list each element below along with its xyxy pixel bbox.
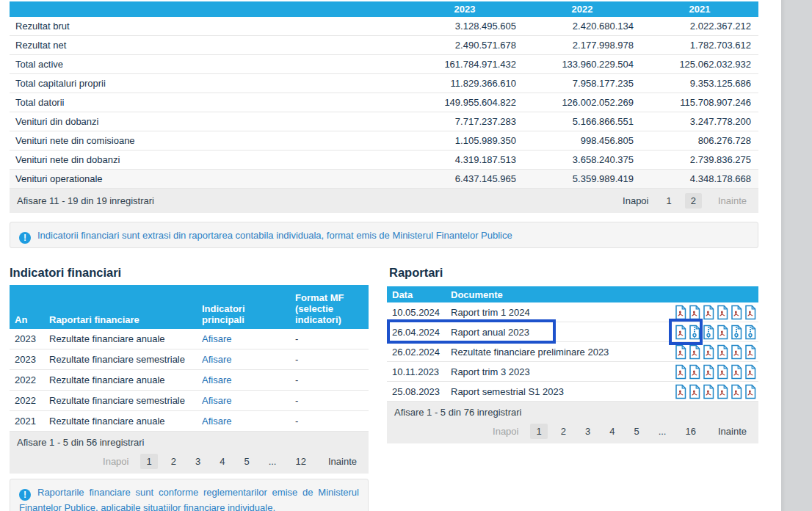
pdf-file-icon[interactable] [744, 344, 757, 360]
table-row: Total datorii149.955.604.822126.002.052.… [10, 93, 758, 112]
indicator-label: Total capitaluri proprii [10, 78, 406, 89]
pdf-file-icon[interactable] [744, 364, 757, 380]
pdf-file-icon[interactable] [730, 305, 743, 320]
table-row: Total capitaluri proprii11.829.366.6107.… [10, 74, 758, 93]
info-note-top-text: Indicatorii financiari sunt extrasi din … [37, 230, 512, 241]
indicator-label: Venituri nete din dobanzi [10, 154, 406, 165]
reports-section-title: Raportari [389, 266, 443, 280]
column-header-documente: Documente [446, 289, 758, 300]
pager-page-button[interactable]: 1 [140, 454, 157, 469]
pdf-file-icon[interactable] [730, 344, 743, 360]
pdf-file-icon[interactable] [702, 364, 715, 380]
pager-prev-button[interactable]: Inapoi [618, 193, 653, 209]
pager-page-button[interactable]: 3 [579, 424, 596, 439]
scrollbar-track[interactable] [781, 0, 812, 511]
indicators-pager: Afisare 1 - 5 din 56 inregistrari Inapoi… [10, 432, 369, 474]
indicator-value: 2.739.836.275 [641, 154, 758, 165]
table-row: Venituri nete din comisioane1.105.989.35… [10, 131, 758, 151]
indicator-label: Venituri din dobanzi [10, 116, 406, 127]
column-header-data: Data [387, 289, 446, 300]
pager-page-button[interactable]: 12 [289, 454, 311, 469]
document-icons [669, 305, 758, 320]
afisare-link[interactable]: Afisare [202, 333, 231, 344]
financial-values-table: 202320222021 Rezultat brut3.128.495.6052… [10, 1, 758, 213]
indicator-value: 2.490.571.678 [406, 40, 523, 51]
report-type-cell: Rezultate financiare anuale [44, 333, 197, 344]
highlight-box-report-icons [669, 319, 703, 345]
indicator-value: 2.420.680.134 [523, 21, 641, 32]
report-document-cell: Rezultate financiare preliminare 2023 [446, 347, 669, 358]
afisare-link[interactable]: Afisare [202, 395, 231, 406]
indicator-value: 998.456.805 [523, 135, 641, 146]
pager-next-button[interactable]: Inainte [324, 454, 361, 469]
zip-file-icon[interactable] [702, 325, 715, 340]
pdf-file-icon[interactable] [716, 325, 729, 340]
pdf-file-icon[interactable] [688, 364, 701, 380]
indicatori-cell: Afisare [197, 395, 290, 406]
indicators-table-body: 2023Rezultate financiare anualeAfisare-2… [10, 329, 369, 432]
pager-page-button[interactable]: 5 [628, 424, 645, 439]
zip-file-icon[interactable] [744, 325, 757, 340]
pager-page-button[interactable]: 5 [238, 454, 255, 469]
pdf-file-icon[interactable] [702, 305, 715, 320]
pdf-file-icon[interactable] [716, 305, 729, 320]
afisare-link[interactable]: Afisare [202, 416, 231, 427]
pdf-file-icon[interactable] [688, 344, 701, 360]
pager-page-button[interactable]: 1 [660, 193, 677, 209]
indicator-value: 9.353.125.686 [641, 78, 758, 89]
pdf-file-icon[interactable] [744, 305, 757, 320]
indicator-value: 806.276.728 [641, 135, 758, 146]
pager-page-button[interactable]: 3 [189, 454, 206, 469]
pdf-file-icon[interactable] [716, 364, 729, 380]
year-cell: 2022 [10, 374, 44, 385]
pdf-file-icon[interactable] [688, 384, 701, 399]
pager-controls: Inapoi12345...16Inainte [394, 424, 751, 439]
indicator-value: 3.658.240.375 [523, 154, 641, 165]
format-mf-cell: - [290, 354, 369, 365]
pdf-file-icon[interactable] [688, 305, 701, 320]
document-icons [669, 364, 758, 380]
pager-page-button[interactable]: 1 [530, 424, 547, 439]
indicator-value: 3.247.778.200 [641, 116, 758, 127]
column-header-format-mf: Format MF (selectie indicatori) [290, 289, 369, 329]
pager-next-button[interactable]: Inainte [714, 424, 751, 439]
pager-page-button[interactable]: 2 [555, 424, 572, 439]
pdf-file-icon[interactable] [674, 305, 687, 320]
pdf-file-icon[interactable] [716, 344, 729, 360]
table-row: 2023Rezultate financiare anualeAfisare- [10, 329, 369, 349]
report-date-cell: 10.05.2024 [387, 307, 446, 318]
pdf-file-icon[interactable] [674, 364, 687, 380]
table-row: 25.08.2023Raport semestrial S1 2023 [387, 382, 758, 402]
afisare-link[interactable]: Afisare [202, 354, 231, 365]
pdf-file-icon[interactable] [702, 384, 715, 399]
indicator-value: 7.717.237.283 [406, 116, 523, 127]
pdf-file-icon[interactable] [730, 384, 743, 399]
indicator-value: 149.955.604.822 [406, 97, 523, 108]
pdf-file-icon[interactable] [716, 384, 729, 399]
indicator-value: 115.708.907.246 [641, 97, 758, 108]
pdf-file-icon[interactable] [744, 384, 757, 399]
pdf-file-icon[interactable] [674, 384, 687, 399]
pager-page-button[interactable]: 4 [603, 424, 620, 439]
pdf-file-icon[interactable] [702, 344, 715, 360]
pager-ellipsis: ... [653, 424, 673, 439]
report-date-cell: 10.11.2023 [387, 366, 446, 377]
document-icons [669, 344, 758, 360]
pdf-file-icon[interactable] [674, 344, 687, 360]
pdf-file-icon[interactable] [730, 364, 743, 380]
column-header-year: 2021 [641, 4, 758, 15]
pager-summary: Afisare 1 - 5 din 76 inregistrari [394, 407, 751, 418]
pager-page-button[interactable]: 2 [165, 454, 182, 469]
table-row: 2022Rezultate financiare anualeAfisare- [10, 370, 369, 391]
zip-file-icon[interactable] [730, 325, 743, 340]
pager-prev-button: Inapoi [98, 454, 133, 469]
pager-page-button[interactable]: 2 [685, 193, 702, 209]
pager-page-button[interactable]: 16 [679, 424, 701, 439]
table-row: 2021Rezultate financiare anualeAfisare- [10, 411, 369, 432]
column-header-year: 2023 [406, 4, 523, 15]
highlight-box-report-row [387, 319, 556, 344]
report-date-cell: 25.08.2023 [387, 386, 446, 397]
afisare-link[interactable]: Afisare [202, 374, 231, 385]
table-row: 26.02.2024Rezultate financiare prelimina… [387, 342, 758, 362]
pager-page-button[interactable]: 4 [214, 454, 231, 469]
